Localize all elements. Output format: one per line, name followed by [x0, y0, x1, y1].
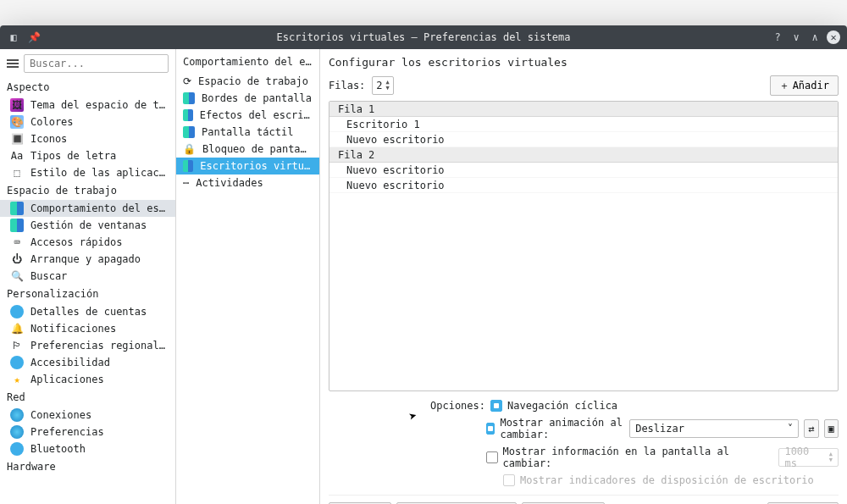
anim-swap-button[interactable]: ⇄: [804, 419, 818, 438]
app-menu-icon[interactable]: ◧: [7, 30, 20, 44]
pin-icon[interactable]: 📌: [27, 30, 41, 44]
sidebar-item[interactable]: Gestión de ventanas: [0, 217, 175, 234]
subcategory-header: Comportamiento del escritorio: [176, 51, 319, 73]
titlebar: ◧ 📌 Escritorios virtuales — Preferencias…: [0, 25, 847, 49]
subcategory-item-label: Escritorios virtuales: [200, 160, 313, 172]
desktops-table[interactable]: Fila 1Escritorio 1Nuevo escritorioFila 2…: [329, 101, 839, 391]
subcategory-item-label: Pantalla táctil: [202, 126, 293, 138]
anim-select[interactable]: Deslizar˅: [629, 419, 799, 438]
sidebar-item[interactable]: ⌨Accesos rápidos: [0, 234, 175, 251]
subcategory-item[interactable]: 🔒Bloqueo de pantalla: [176, 141, 319, 158]
subcategory-item[interactable]: Efectos del escritorio: [176, 107, 319, 124]
subcategory-item[interactable]: Bordes de pantalla: [176, 90, 319, 107]
sidebar-item-icon: ⏻: [10, 252, 24, 266]
subcategory-item-label: Espacio de trabajo: [198, 75, 308, 87]
sidebar-item-label: Tema del espacio de tra…: [30, 99, 169, 111]
sidebar-item-icon: ⌨: [10, 235, 24, 249]
sidebar-item-label: Bluetooth: [30, 443, 86, 455]
subcategory-item-label: Efectos del escritorio: [200, 109, 313, 121]
sidebar-item-label: Iconos: [30, 133, 67, 145]
subcategory-item-icon: [183, 160, 193, 172]
sidebar-item-icon: ⬚: [10, 166, 24, 180]
subcategory-item-icon: [183, 109, 193, 121]
sidebar-item-icon: 🔳: [10, 132, 24, 146]
subcategory-item[interactable]: Escritorios virtuales: [176, 158, 319, 174]
sidebar-item-icon: Aa: [10, 149, 24, 163]
sidebar-section-header: Personalización: [0, 285, 175, 303]
sidebar-item[interactable]: 🖼Tema del espacio de tra…: [0, 97, 175, 114]
wrap-checkbox[interactable]: [490, 400, 502, 412]
table-row[interactable]: Escritorio 1: [329, 117, 838, 132]
sidebar-item[interactable]: 🔳Iconos: [0, 130, 175, 147]
subcategory-item[interactable]: ⟳Espacio de trabajo: [176, 73, 319, 90]
options-label: Opciones:: [430, 400, 485, 412]
sidebar-item-label: Notificaciones: [30, 323, 116, 335]
sidebar-item-icon: ★: [10, 373, 24, 386]
subcategory-item[interactable]: ⋯Actividades: [176, 174, 319, 191]
table-row[interactable]: Nuevo escritorio: [329, 132, 838, 147]
anim-config-button[interactable]: ▣: [824, 419, 839, 438]
search-input[interactable]: [24, 54, 169, 73]
sidebar-item[interactable]: Comportamiento del escr…: [0, 200, 175, 217]
sidebar-item-label: Conexiones: [30, 409, 91, 421]
sidebar-item-icon: 🔔: [10, 322, 24, 335]
sidebar-item[interactable]: Detalles de cuentas: [0, 303, 175, 320]
close-icon[interactable]: ✕: [827, 30, 840, 44]
maximize-icon[interactable]: ∧: [808, 30, 822, 44]
sidebar-item[interactable]: AaTipos de letra: [0, 147, 175, 164]
sidebar-item-label: Buscar: [30, 270, 67, 282]
table-row[interactable]: Nuevo escritorio: [329, 163, 838, 178]
sidebar-item-label: Aplicaciones: [30, 374, 104, 385]
sidebar-item[interactable]: Bluetooth: [0, 440, 175, 457]
window-title: Escritorios virtuales — Preferencias del…: [277, 31, 571, 43]
sidebar-item-label: Preferencias regionales: [30, 340, 169, 352]
sidebar-item[interactable]: 🎨Colores: [0, 114, 175, 130]
sidebar-item-label: Preferencias: [30, 426, 104, 438]
sidebar-item-label: Colores: [30, 116, 74, 128]
help-icon[interactable]: ?: [771, 30, 784, 44]
sidebar-item[interactable]: 🔍Buscar: [0, 268, 175, 285]
table-row[interactable]: Nuevo escritorio: [329, 178, 838, 193]
sidebar-item-label: Accesibilidad: [30, 357, 110, 368]
subcategory-item-label: Bordes de pantalla: [202, 92, 312, 104]
anim-label: Mostrar animación al cambiar:: [500, 417, 624, 440]
sidebar-section-header: Espacio de trabajo: [0, 181, 175, 200]
subcategory-item-icon: [183, 92, 195, 104]
hamburger-icon[interactable]: [7, 59, 19, 68]
sidebar-item[interactable]: 🔔Notificaciones: [0, 320, 175, 337]
subcategory-item-icon: ⟳: [183, 75, 191, 87]
sidebar-item-icon: 🖼: [10, 98, 24, 112]
sidebar-item[interactable]: 🏳Preferencias regionales: [0, 337, 175, 354]
osd-checkbox[interactable]: [486, 451, 498, 463]
sidebar-section-header: Aspecto: [0, 78, 175, 97]
sidebar-item[interactable]: Conexiones: [0, 407, 175, 424]
add-button[interactable]: ＋ Añadir: [770, 75, 839, 96]
wrap-label: Navegación cíclica: [507, 400, 617, 412]
sidebar-item-icon: [10, 305, 24, 318]
sidebar-item-label: Estilo de las aplicacio…: [30, 167, 169, 179]
sidebar-item[interactable]: ⬚Estilo de las aplicacio…: [0, 164, 175, 181]
sidebar-item[interactable]: ⏻Arranque y apagado: [0, 251, 175, 268]
sidebar-item-icon: [10, 442, 24, 456]
sidebar-subcategories: Comportamiento del escritorio ⟳Espacio d…: [176, 49, 320, 504]
sidebar-item[interactable]: Preferencias: [0, 424, 175, 440]
sidebar-item-icon: [10, 408, 24, 422]
sidebar-item-icon: [10, 425, 24, 439]
sidebar-section-header: Hardware: [0, 457, 175, 476]
main-panel: Configurar los escritorios virtuales Fil…: [320, 49, 847, 504]
rows-spinbox[interactable]: 2 ▲▼: [372, 76, 393, 95]
sidebar-item-label: Detalles de cuentas: [30, 306, 147, 318]
anim-checkbox[interactable]: [486, 423, 495, 435]
table-group-header: Fila 2: [329, 147, 838, 163]
osd-duration-spinbox: 1000 ms ▲▼: [778, 448, 839, 467]
sidebar-item-icon: [10, 219, 24, 232]
sidebar-item-icon: 🏳: [10, 339, 24, 352]
osd-label: Mostrar información en la pantalla al ca…: [503, 446, 774, 469]
sidebar-item[interactable]: ★Aplicaciones: [0, 371, 175, 388]
subcategory-item[interactable]: Pantalla táctil: [176, 124, 319, 141]
page-title: Configurar los escritorios virtuales: [329, 56, 839, 69]
minimize-icon[interactable]: ∨: [789, 30, 803, 44]
sidebar-item-icon: 🔍: [10, 269, 24, 283]
sidebar-item-label: Arranque y apagado: [30, 253, 141, 265]
sidebar-item[interactable]: Accesibilidad: [0, 354, 175, 371]
